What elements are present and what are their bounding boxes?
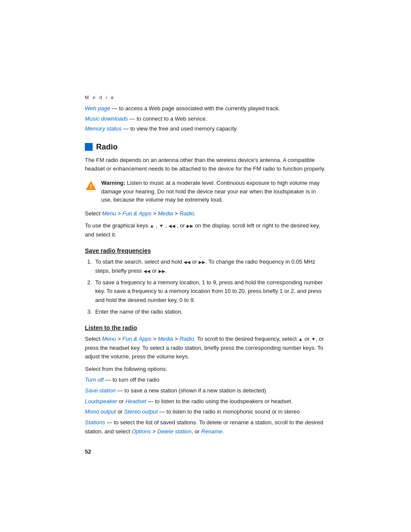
stereo-output-link[interactable]: Stereo output xyxy=(124,408,158,415)
memory-status-link[interactable]: Memory status xyxy=(85,125,121,132)
listen-key-up xyxy=(298,336,303,343)
listen-sep1: > xyxy=(116,336,122,342)
link-item-memory: Memory status — to view the free and use… xyxy=(85,124,326,133)
key-rew-icon xyxy=(168,222,175,230)
warning-text: Warning: Listen to music at a moderate l… xyxy=(101,179,326,204)
option-turn-off: Turn off — to turn off the radio xyxy=(85,376,326,385)
save-radio-step2: To save a frequency to a memory location… xyxy=(93,278,326,305)
fun-apps-link[interactable]: Fun & Apps xyxy=(122,210,151,217)
rename-link[interactable]: Rename xyxy=(201,428,222,435)
graphical-keys-comma1: , xyxy=(154,222,159,229)
step1-fwd2-icon xyxy=(159,268,165,275)
radio-link[interactable]: Radio xyxy=(180,210,194,217)
select-suffix: . xyxy=(194,210,196,217)
listen-menu-link[interactable]: Menu xyxy=(102,336,116,342)
music-downloads-link[interactable]: Music downloads xyxy=(85,115,128,122)
warning-icon: ! xyxy=(85,180,97,192)
section-label: M e d i a xyxy=(85,95,326,100)
radio-select-line: Select Menu > Fun & Apps > Media > Radio… xyxy=(85,209,326,218)
graphical-keys-prefix: To use the graphical keys xyxy=(85,222,149,229)
save-radio-steps: To start the search, select and hold or … xyxy=(93,258,326,317)
option-save-station: Save station — to save a new station (sh… xyxy=(85,386,326,395)
warning-label: Warning: xyxy=(101,180,125,186)
graphical-keys-line: To use the graphical keys , , , or on th… xyxy=(85,221,326,240)
page-number: 52 xyxy=(85,448,326,455)
step1-rew2-icon xyxy=(143,268,150,275)
step1-fwd-icon xyxy=(199,258,206,266)
save-radio-title: Save radio frequencies xyxy=(85,247,326,254)
links-list: Web page — to access a Web page associat… xyxy=(85,104,326,133)
stations-period: . xyxy=(222,428,224,435)
option-stations: Stations — to select the list of saved s… xyxy=(85,418,326,436)
save-radio-step1: To start the search, select and hold or … xyxy=(93,258,326,276)
listen-key-down xyxy=(311,336,316,343)
step1-or2: or xyxy=(150,268,159,274)
options-intro: Select from the following options: xyxy=(85,365,326,374)
sep2: > xyxy=(152,210,158,217)
listen-or: or xyxy=(303,336,311,342)
link-item-music: Music downloads — to connect to a Web se… xyxy=(85,115,326,123)
warning-box: ! Warning: Listen to music at a moderate… xyxy=(85,179,326,204)
stations-link[interactable]: Stations xyxy=(85,419,105,426)
save-station-desc: — to save a new station (shown if a new … xyxy=(116,387,266,394)
or1: or xyxy=(117,398,125,404)
webpage-link[interactable]: Web page xyxy=(85,105,110,112)
loudspeaker-link[interactable]: Loudspeaker xyxy=(85,398,117,404)
step1-rew-icon xyxy=(184,258,190,266)
options-link[interactable]: Options xyxy=(131,428,151,435)
listen-radio-title: Listen to the radio xyxy=(85,324,326,331)
mono-output-link[interactable]: Mono output xyxy=(85,408,116,415)
warning-body: Listen to music at a moderate level. Con… xyxy=(101,180,320,203)
radio-body1: The FM radio depends on an antenna other… xyxy=(85,156,326,174)
listen-radio-link[interactable]: Radio xyxy=(180,336,194,342)
listen-radio-intro: Select Menu > Fun & Apps > Media > Radio… xyxy=(85,335,326,361)
step1-period: . xyxy=(165,268,167,274)
or2: or xyxy=(116,408,124,415)
svg-text:!: ! xyxy=(90,183,92,190)
turn-off-desc: — to turn off the radio xyxy=(104,376,159,383)
music-downloads-dash: — to connect to a Web service. xyxy=(128,115,207,122)
link-item-webpage: Web page — to access a Web page associat… xyxy=(85,104,326,113)
stations-sep: > xyxy=(151,428,157,435)
key-fwd-icon xyxy=(187,222,193,230)
radio-title: Radio xyxy=(96,143,118,152)
headset-link[interactable]: Headset xyxy=(125,398,146,404)
listen-fun-apps-link[interactable]: Fun & Apps xyxy=(122,336,151,342)
webpage-dash: — to access a Web page associated with t… xyxy=(110,105,280,112)
listen-media-link[interactable]: Media xyxy=(158,336,173,342)
select-prefix: Select xyxy=(85,210,102,217)
listen-sep2: > xyxy=(152,336,158,342)
save-station-link[interactable]: Save station xyxy=(85,387,116,394)
media-link[interactable]: Media xyxy=(158,210,173,217)
option-mono-stereo: Mono output or Stereo output — to listen… xyxy=(85,408,326,417)
step1-or: or xyxy=(190,258,199,265)
loudspeaker-desc: — to listen to the radio using the louds… xyxy=(146,398,293,404)
save-radio-step3: Enter the name of the radio station. xyxy=(93,308,326,317)
turn-off-link[interactable]: Turn off xyxy=(85,376,104,383)
listen-select-prefix: Select xyxy=(85,336,102,342)
radio-section-header: Radio xyxy=(85,143,326,152)
content-area: M e d i a Web page — to access a Web pag… xyxy=(85,0,326,489)
graphical-keys-comma3: , or xyxy=(175,222,187,229)
key-down-icon xyxy=(159,222,164,230)
listen-sep3: > xyxy=(173,336,180,342)
sep3: > xyxy=(173,210,180,217)
option-loudspeaker-headset: Loudspeaker or Headset — to listen to th… xyxy=(85,397,326,406)
stations-comma: , or xyxy=(192,428,201,435)
mono-stereo-desc: — to listen to the radio in monophonic s… xyxy=(158,408,300,415)
page-container: M e d i a Web page — to access a Web pag… xyxy=(0,0,411,532)
radio-blue-square xyxy=(85,143,93,151)
step1-prefix: To start the search, select and hold xyxy=(95,258,184,265)
memory-status-dash: — to view the free and used memory capac… xyxy=(121,125,237,132)
sep1: > xyxy=(116,210,122,217)
graphical-keys-comma2: , xyxy=(164,222,168,229)
key-up-icon xyxy=(149,222,154,230)
menu-link[interactable]: Menu xyxy=(102,210,116,217)
listen-suffix: . To scroll to the desired frequency, se… xyxy=(194,336,299,342)
delete-station-link[interactable]: Delete station xyxy=(157,428,192,435)
